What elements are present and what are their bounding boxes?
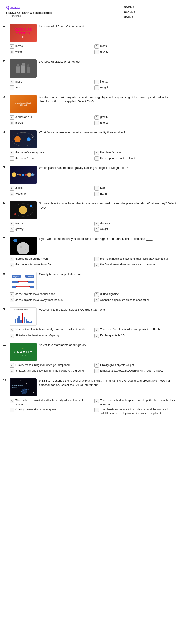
answer-9-c[interactable]: C Pluto has the least amount of gravity. bbox=[10, 334, 92, 338]
svg-point-18 bbox=[34, 174, 35, 175]
answer-11-d[interactable]: D The planets move in elliptical orbits … bbox=[94, 408, 177, 415]
answer-6-a[interactable]: A inertia bbox=[10, 222, 92, 226]
question-4-header: 4. What factor causes one planet to have… bbox=[3, 130, 177, 148]
svg-rect-53 bbox=[17, 318, 18, 323]
answer-7-d[interactable]: D the Sun doesn't shine on one side of t… bbox=[94, 263, 177, 267]
answer-9-a[interactable]: A Most of the planets have nearly the sa… bbox=[10, 328, 92, 332]
date-line[interactable] bbox=[134, 15, 174, 19]
answer-8-a[interactable]: A as the objects move farther apart bbox=[10, 292, 92, 296]
answer-1-d-letter: D bbox=[94, 50, 99, 54]
answer-6-d-text: weight bbox=[100, 227, 108, 231]
answer-11-c[interactable]: C Gravity means sky or outer space. bbox=[10, 408, 92, 415]
question-6-header: 6. Sir Isaac Newton concluded that two f… bbox=[3, 201, 177, 219]
answer-4-a[interactable]: A the planet's atmosphere bbox=[10, 150, 92, 155]
answer-1-c-letter: C bbox=[10, 50, 14, 54]
question-1-number: 1. bbox=[3, 24, 7, 27]
answer-8-d[interactable]: D when the objects are close to each oth… bbox=[94, 298, 177, 302]
svg-rect-59 bbox=[27, 320, 29, 323]
answer-3-a[interactable]: A a push or pull bbox=[10, 115, 92, 120]
answer-1-a[interactable]: A inertia bbox=[10, 44, 92, 48]
question-10-text: Select true statements about gravity. bbox=[39, 343, 177, 348]
answer-8-d-text: when the objects are close to each other bbox=[100, 298, 149, 302]
svg-rect-60 bbox=[29, 322, 31, 323]
answer-2-a[interactable]: A mass bbox=[10, 80, 92, 84]
answer-2-c[interactable]: C force bbox=[10, 86, 92, 90]
answer-5-a[interactable]: A Jupiter bbox=[10, 186, 92, 190]
answer-9-d[interactable]: D Earth's gravity is 1.5. bbox=[94, 334, 177, 338]
answer-6-c[interactable]: C gravity bbox=[10, 227, 92, 232]
svg-text:S: S bbox=[24, 324, 25, 324]
svg-text:V: V bbox=[17, 324, 18, 324]
question-11-image: Celestial Bodies: Cosmos bbox=[10, 378, 37, 396]
question-2: 2. the force of gravity on an object bbox=[3, 60, 177, 90]
question-7: 7. If you went to the moon, you could ju… bbox=[3, 237, 177, 267]
answer-4-c[interactable]: C the planet's size bbox=[10, 156, 92, 161]
answer-1-c[interactable]: C weight bbox=[10, 50, 92, 54]
answer-3-c[interactable]: C inertia bbox=[10, 121, 92, 125]
question-9-number: 9. bbox=[3, 308, 7, 311]
name-label: NAME : bbox=[124, 6, 134, 8]
svg-text:Cosmos: Cosmos bbox=[12, 386, 17, 388]
answer-6-d[interactable]: D weight bbox=[94, 227, 177, 232]
answer-2-c-text: force bbox=[15, 86, 22, 89]
svg-text:Me: Me bbox=[15, 324, 17, 324]
answer-8-c[interactable]: C as the objects move away from the sun bbox=[10, 298, 92, 302]
answer-1-c-text: weight bbox=[15, 50, 23, 54]
answer-2-b[interactable]: B inertia bbox=[94, 80, 177, 84]
answer-4-d[interactable]: D the temperature of the planet bbox=[94, 156, 177, 161]
class-line[interactable] bbox=[136, 10, 174, 14]
answer-7-b[interactable]: B the moon has less mass and, thus, less… bbox=[94, 257, 177, 261]
answer-11-a[interactable]: A The motion of celestial bodies is usua… bbox=[10, 399, 92, 406]
question-11-text: 6.ESS.1 - Describe the role of gravity a… bbox=[39, 378, 177, 387]
answer-2-d[interactable]: D weight bbox=[94, 86, 177, 90]
question-3-answers: A a push or pull B gravity C inertia D a… bbox=[10, 115, 177, 126]
svg-rect-54 bbox=[18, 316, 20, 323]
svg-rect-1 bbox=[17, 64, 19, 67]
answer-9-b-text: There are five planets with less gravity… bbox=[100, 328, 160, 332]
question-8-header: 8. Object A Object B bbox=[3, 272, 177, 290]
answer-1-b[interactable]: B mass bbox=[94, 44, 177, 48]
question-1-answers: A inertia B mass C weight D gravity bbox=[10, 44, 177, 54]
name-field-row: NAME : bbox=[124, 5, 174, 9]
question-4-number: 4. bbox=[3, 130, 7, 134]
answer-10-b[interactable]: B Gravity gives objects weight. bbox=[94, 363, 177, 368]
answer-5-c[interactable]: C Neptune bbox=[10, 192, 92, 196]
svg-text:Gravity on the Planets: Gravity on the Planets bbox=[14, 309, 29, 310]
question-8-number: 8. bbox=[3, 272, 7, 275]
answer-4-b[interactable]: B the planet's mass bbox=[94, 150, 177, 155]
answer-10-a[interactable]: A Gravity makes things fall when you dro… bbox=[10, 363, 92, 368]
answer-6-b[interactable]: B distance bbox=[94, 222, 177, 226]
answer-6-b-text: distance bbox=[100, 222, 110, 225]
answer-11-b[interactable]: B The celestial bodies in space move in … bbox=[94, 399, 177, 406]
answer-3-d[interactable]: D a force bbox=[94, 121, 177, 125]
answer-8-b[interactable]: B during high tide bbox=[94, 292, 177, 296]
answer-1-d[interactable]: D gravity bbox=[94, 50, 177, 54]
name-line[interactable] bbox=[135, 5, 174, 9]
question-3: 3. Inertia is your friend.Kill it isn't.… bbox=[3, 95, 177, 126]
answer-9-c-text: Pluto has the least amount of gravity. bbox=[15, 334, 60, 338]
answer-5-d-text: Earth bbox=[100, 192, 107, 196]
question-5-image bbox=[10, 166, 37, 184]
svg-text:E: E bbox=[19, 324, 20, 324]
answer-11-b-text: The celestial bodies in space move in pa… bbox=[100, 399, 177, 406]
header-left: Quizizz 6.ESS.1 #2 - Earth & Space Scien… bbox=[6, 5, 52, 17]
svg-text:Object B: Object B bbox=[27, 276, 33, 278]
answer-9-b[interactable]: B There are five planets with less gravi… bbox=[94, 328, 177, 332]
svg-rect-2 bbox=[21, 65, 25, 73]
answer-7-c[interactable]: C the moon is far away from Earth bbox=[10, 263, 92, 267]
svg-point-72 bbox=[15, 382, 15, 382]
answer-10-d[interactable]: D It makes a basketball swoosh down thro… bbox=[94, 369, 177, 373]
question-2-header: 2. the force of gravity on an object bbox=[3, 60, 177, 78]
answer-11-a-text: The motion of celestial bodies is usuall… bbox=[15, 399, 92, 406]
question-3-image: Inertia is your friend.Kill it isn't. bbox=[10, 95, 37, 113]
answer-6-a-text: inertia bbox=[15, 222, 23, 225]
svg-text:Ma: Ma bbox=[21, 324, 22, 324]
svg-text:J: J bbox=[23, 324, 23, 324]
answer-7-a[interactable]: A there is no air on the moon bbox=[10, 257, 92, 261]
question-10-number: 10. bbox=[3, 343, 7, 346]
answer-5-d[interactable]: D Earth bbox=[94, 192, 177, 196]
answer-3-b[interactable]: B gravity bbox=[94, 115, 177, 120]
answer-8-b-text: during high tide bbox=[100, 292, 119, 296]
answer-10-c[interactable]: C It makes rain and snow fall from the c… bbox=[10, 369, 92, 373]
answer-5-b[interactable]: B Mars bbox=[94, 186, 177, 190]
